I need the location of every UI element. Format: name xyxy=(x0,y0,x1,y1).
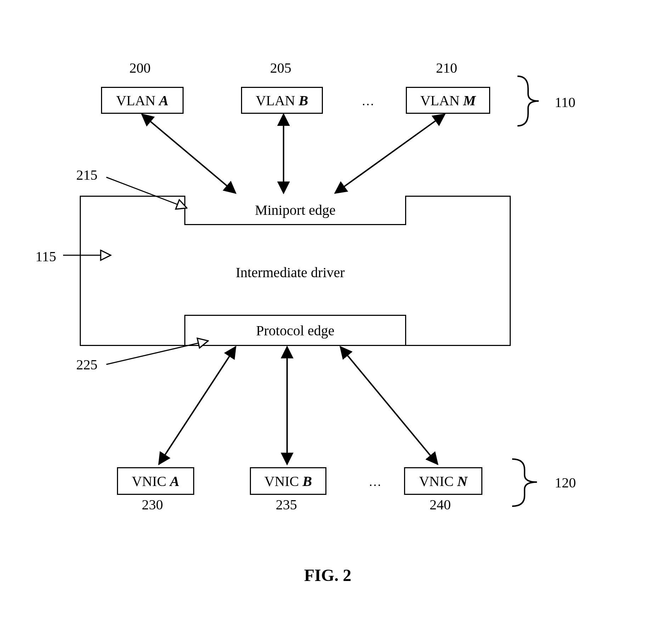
miniport-edge-label: Miniport edge xyxy=(255,202,336,218)
ref-215: 215 xyxy=(76,167,97,183)
vlan-m-box: VLAN M xyxy=(406,87,490,114)
svg-line-2 xyxy=(335,114,445,193)
vnic-b-box: VNIC B xyxy=(250,467,326,495)
svg-line-5 xyxy=(340,347,438,464)
vnic-a-box: VNIC A xyxy=(117,467,194,495)
vlan-b-label: VLAN B xyxy=(256,92,308,109)
vlan-a-label: VLAN A xyxy=(116,92,169,109)
vnic-n-label: VNIC N xyxy=(419,473,467,490)
intermediate-driver-label: Intermediate driver xyxy=(236,264,345,281)
top-ellipsis: … xyxy=(362,94,374,108)
ref-120: 120 xyxy=(555,474,576,491)
vnic-a-label: VNIC A xyxy=(132,473,179,490)
ref-115: 115 xyxy=(35,248,56,265)
bottom-ellipsis: … xyxy=(369,474,381,489)
vlan-b-box: VLAN B xyxy=(241,87,323,114)
miniport-edge-box: Miniport edge xyxy=(184,196,406,225)
ref-225: 225 xyxy=(76,356,97,373)
vlan-m-label: VLAN M xyxy=(420,92,476,109)
ref-210: 210 xyxy=(436,60,457,76)
protocol-edge-box: Protocol edge xyxy=(184,315,406,345)
ref-235: 235 xyxy=(276,496,297,513)
protocol-edge-label: Protocol edge xyxy=(256,322,334,339)
vnic-b-label: VNIC B xyxy=(264,473,312,490)
svg-line-3 xyxy=(159,347,236,464)
figure-title: FIG. 2 xyxy=(304,565,351,585)
vlan-a-box: VLAN A xyxy=(101,87,184,114)
ref-110: 110 xyxy=(555,94,576,111)
ref-205: 205 xyxy=(270,60,291,76)
ref-230: 230 xyxy=(142,496,163,513)
ref-240: 240 xyxy=(430,496,451,513)
svg-line-0 xyxy=(142,114,236,193)
diagram-canvas: 200 205 210 VLAN A VLAN B VLAN M … 110 2… xyxy=(0,0,672,637)
ref-200: 200 xyxy=(129,60,151,76)
vnic-n-box: VNIC N xyxy=(404,467,482,495)
